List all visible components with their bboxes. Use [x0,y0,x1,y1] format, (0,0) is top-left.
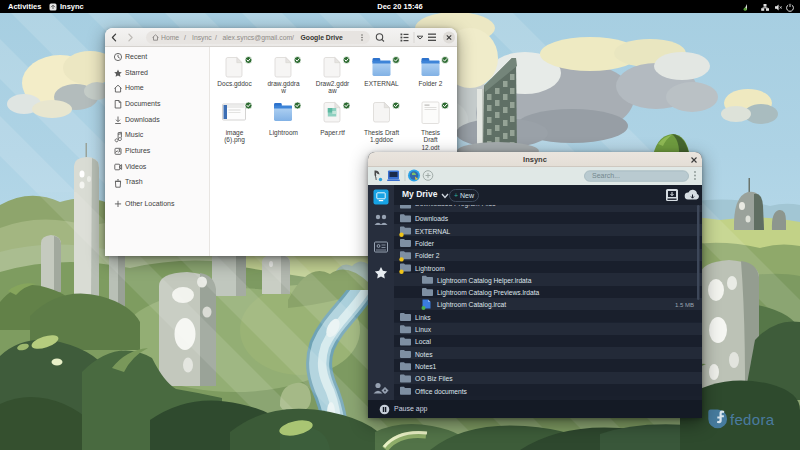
svg-text:fedora: fedora [730,411,775,428]
